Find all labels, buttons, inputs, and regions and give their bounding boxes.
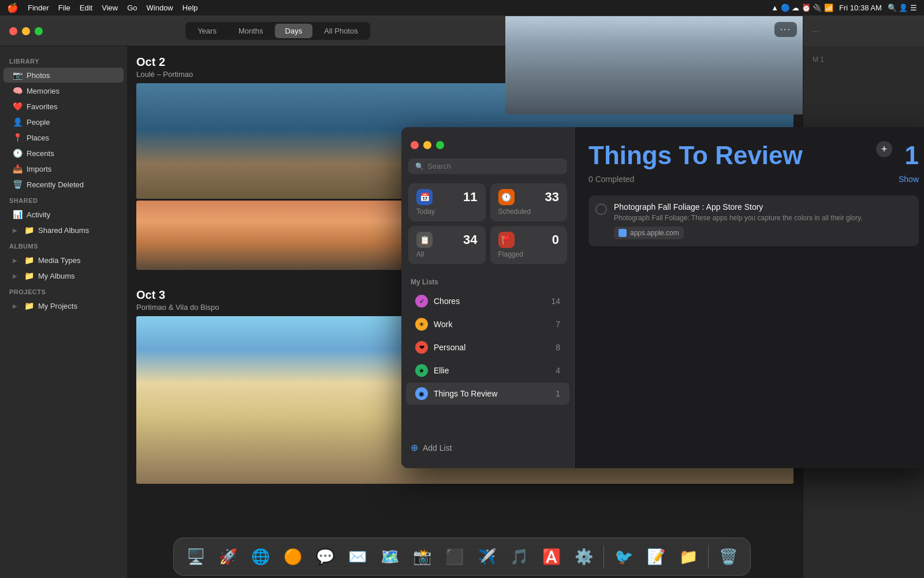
sidebar-item-deleted[interactable]: 🗑️ Recently Deleted (3, 177, 124, 192)
dock-finder[interactable]: 🖥️ (181, 542, 211, 572)
dock-notes[interactable]: 📝 (641, 542, 671, 572)
add-list-icon: ⊕ (411, 442, 418, 453)
wide-photo-right[interactable]: ··· (505, 16, 803, 114)
more-button[interactable]: ··· (774, 22, 797, 37)
add-list-button[interactable]: ⊕ Add List (401, 436, 574, 459)
stat-flagged[interactable]: 🚩 0 Flagged (490, 226, 568, 264)
work-dot: ☀ (415, 318, 428, 331)
dock-twitter[interactable]: 🐦 (609, 542, 639, 572)
dock-launchpad[interactable]: 🚀 (213, 542, 243, 572)
reminder-checkbox[interactable] (595, 203, 607, 215)
flagged-icon: 🚩 (498, 232, 515, 248)
stat-scheduled-top: 🕐 33 (498, 189, 560, 205)
sidebar-item-people[interactable]: 👤 People (3, 114, 124, 129)
sidebar-section-projects: Projects (0, 284, 127, 298)
dock-photos[interactable]: 📸 (407, 542, 437, 572)
dock-maps[interactable]: 🗺️ (375, 542, 405, 572)
sidebar-label-my-projects: My Projects (38, 302, 77, 310)
chores-name: Chores (434, 297, 551, 306)
sidebar-item-photos[interactable]: 📷 Photos (3, 68, 124, 83)
list-item-work[interactable]: ☀ Work 7 (406, 313, 569, 335)
dock-chrome[interactable]: 🟠 (278, 542, 308, 572)
menu-go[interactable]: Go (127, 3, 137, 12)
all-label: All (416, 250, 478, 258)
sidebar-item-my-albums[interactable]: ▶ 📁 My Albums (3, 268, 124, 283)
tab-days[interactable]: Days (275, 24, 313, 38)
sidebar-section-albums: Albums (0, 238, 127, 252)
dock: 🖥️ 🚀 🌐 🟠 💬 ✉️ 🗺️ 📸 ⬛ ✈️ 🎵 🅰️ ⚙️ 🐦 📝 📁 🗑️ (173, 538, 751, 576)
sidebar-item-my-projects[interactable]: ▶ 📁 My Projects (3, 298, 124, 313)
dock-prefs[interactable]: ⚙️ (569, 542, 599, 572)
menubar-left: 🍎 Finder File Edit View Go Window Help (7, 2, 198, 13)
reminder-link[interactable]: apps.apple.com (614, 227, 684, 239)
search-icon: 🔍 (415, 162, 424, 171)
reminders-search-input[interactable] (427, 162, 560, 171)
sidebar-item-shared-albums[interactable]: ▶ 📁 Shared Albums (3, 223, 124, 238)
dock-appstore[interactable]: 🅰️ (536, 542, 567, 572)
my-projects-icon: 📁 (24, 301, 33, 310)
add-reminder-button[interactable]: + (876, 141, 892, 157)
menu-window[interactable]: Window (147, 3, 173, 12)
maximize-button[interactable] (35, 27, 43, 35)
stat-today[interactable]: 📅 11 Today (408, 183, 486, 221)
sidebar-item-favorites[interactable]: ❤️ Favorites (3, 99, 124, 114)
menubar-extra-icons: 🔍 👤 ☰ (888, 3, 917, 12)
stat-scheduled[interactable]: 🕐 33 Scheduled (490, 183, 568, 221)
dock-trash[interactable]: 🗑️ (713, 542, 743, 572)
all-icon: 📋 (416, 232, 433, 248)
personal-dot: ❤ (415, 341, 428, 354)
tab-all-photos[interactable]: All Photos (314, 24, 368, 38)
review-dot: ◉ (415, 387, 428, 400)
list-item-personal[interactable]: ❤ Personal 8 (406, 336, 569, 358)
close-button[interactable] (9, 27, 17, 35)
my-lists-header: My Lists (401, 273, 574, 290)
show-button[interactable]: Show (899, 175, 919, 184)
dock-music[interactable]: 🎵 (504, 542, 534, 572)
dock-proxy[interactable]: ✈️ (472, 542, 502, 572)
reminders-stats: 📅 11 Today 🕐 33 Scheduled 📋 34 All (401, 183, 574, 273)
reminders-search-box[interactable]: 🔍 (408, 158, 567, 174)
sidebar-label-recents: Recents (27, 149, 54, 158)
view-tabs: Years Months Days All Photos (185, 22, 370, 40)
menu-edit[interactable]: Edit (80, 3, 92, 12)
flagged-count: 0 (552, 232, 559, 247)
sidebar-item-memories[interactable]: 🧠 Memories (3, 83, 124, 98)
reminders-close[interactable] (411, 141, 419, 149)
list-item-things-to-review[interactable]: ◉ Things To Review 1 (406, 383, 569, 405)
dock-messages[interactable]: 💬 (310, 542, 340, 572)
reminder-description: Photograph Fall Foliage: These apps help… (614, 213, 912, 223)
dock-finder2[interactable]: 📁 (673, 542, 703, 572)
dock-safari[interactable]: 🌐 (245, 542, 275, 572)
menu-view[interactable]: View (102, 3, 118, 12)
sidebar-item-imports[interactable]: 📥 Imports (3, 161, 124, 176)
reminder-item: Photograph Fall Foliage : App Store Stor… (588, 195, 919, 246)
reminders-sidebar: 🔍 📅 11 Today 🕐 33 Scheduled 📋 (401, 127, 575, 468)
reminders-window-controls (401, 136, 574, 158)
dock-lightroom[interactable]: ⬛ (439, 542, 470, 572)
menu-help[interactable]: Help (182, 3, 198, 12)
reminders-maximize[interactable] (436, 141, 444, 149)
review-count: 1 (556, 389, 560, 398)
sidebar-section-library: Library (0, 53, 127, 67)
tab-years[interactable]: Years (187, 24, 227, 38)
list-item-ellie[interactable]: ★ Ellie 4 (406, 360, 569, 381)
places-icon: 📍 (13, 133, 22, 142)
list-item-chores[interactable]: ✓ Chores 14 (406, 290, 569, 312)
dock-mail[interactable]: ✉️ (342, 542, 372, 572)
sidebar-section-shared: Shared (0, 192, 127, 206)
reminders-minimize[interactable] (423, 141, 431, 149)
stat-all[interactable]: 📋 34 All (408, 226, 486, 264)
menu-finder[interactable]: Finder (28, 3, 49, 12)
minimize-button[interactable] (22, 27, 30, 35)
sidebar-label-memories: Memories (27, 87, 59, 95)
sidebar-item-recents[interactable]: 🕐 Recents (3, 146, 124, 161)
sidebar-item-activity[interactable]: 📊 Activity (3, 207, 124, 222)
scheduled-label: Scheduled (498, 208, 560, 216)
sidebar-item-places[interactable]: 📍 Places (3, 130, 124, 145)
reminder-content: Photograph Fall Foliage : App Store Stor… (614, 202, 912, 239)
apple-menu[interactable]: 🍎 (7, 2, 18, 13)
sidebar-item-media-types[interactable]: ▶ 📁 Media Types (3, 253, 124, 268)
menu-file[interactable]: File (58, 3, 70, 12)
tab-months[interactable]: Months (228, 24, 274, 38)
sidebar-label-places: Places (27, 134, 49, 142)
